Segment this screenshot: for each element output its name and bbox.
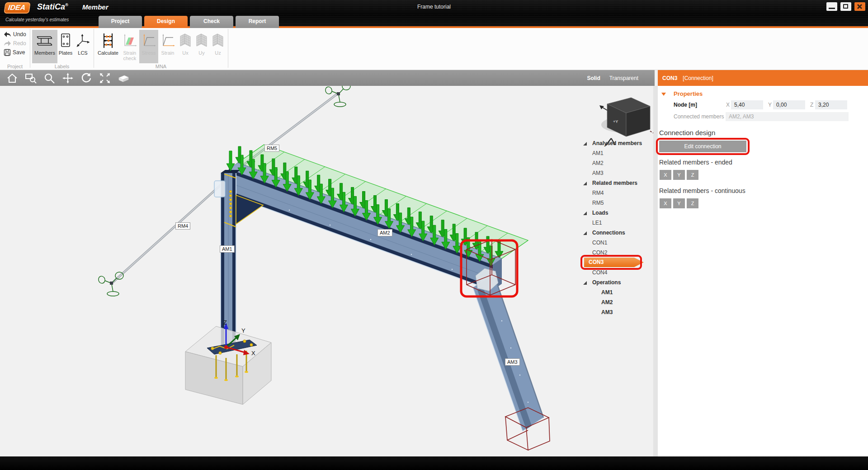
panel-title: CON3 (662, 75, 677, 81)
window-title: Frame tutorial (0, 4, 868, 10)
tree-item-operation-am3[interactable]: AM3 (579, 307, 652, 317)
properties-collapse-icon[interactable] (661, 93, 666, 96)
tree-section-analysed-members[interactable]: Analysed members (579, 138, 652, 148)
related-member-rm4-line[interactable] (112, 183, 222, 283)
members-icon (36, 31, 54, 50)
expander-icon[interactable] (583, 182, 587, 185)
solid-view-icon[interactable] (117, 72, 130, 85)
tab-design[interactable]: Design (144, 16, 188, 28)
tree-section-label: Operations (592, 279, 621, 286)
uy-label: Uy (198, 50, 204, 56)
expander-icon[interactable] (583, 281, 587, 285)
panel-header: CON3 [Connection] (658, 70, 868, 86)
redo-button[interactable]: Redo (2, 39, 28, 47)
stress-label: Stress (142, 50, 156, 56)
window-controls (826, 2, 865, 11)
navigator-tree: Analysed members AM1 AM2 AM3 Related mem… (579, 138, 652, 317)
node-x-input[interactable]: 5,40 (731, 100, 763, 109)
tree-item-con3[interactable]: CON3 (584, 258, 644, 267)
tab-project[interactable]: Project (99, 16, 142, 28)
tree-item-rm4[interactable]: RM4 (579, 188, 652, 198)
maximize-button[interactable] (840, 2, 851, 11)
pan-icon[interactable] (61, 72, 74, 85)
bottom-bar (0, 456, 868, 470)
tree-section-loads[interactable]: Loads (579, 208, 652, 218)
viewport-3d[interactable]: Z Y X (0, 86, 653, 456)
related-continuous-xyz: X Y Z (660, 198, 698, 208)
undo-icon (4, 31, 11, 38)
calculate-button[interactable]: Calculate (96, 30, 120, 63)
ux-button[interactable]: Ux (177, 30, 193, 63)
strain-button[interactable]: Strain (158, 30, 177, 63)
undo-label: Undo (13, 31, 26, 38)
tree-item-operation-am2[interactable]: AM2 (579, 297, 652, 307)
redo-label: Redo (13, 40, 26, 47)
tab-check[interactable]: Check (190, 16, 233, 28)
tree-item-operation-am1[interactable]: AM1 (579, 287, 652, 297)
stress-button[interactable]: Stress (139, 30, 158, 63)
lcs-icon (75, 31, 90, 50)
uz-mesh-icon (211, 31, 225, 50)
calculate-icon (100, 31, 116, 50)
rotate-icon[interactable] (80, 72, 93, 85)
group-label-mna: MNA (94, 64, 228, 69)
connected-members-label: Connected members (674, 113, 724, 120)
tree-item-le1[interactable]: LE1 (579, 218, 652, 228)
plates-icon (60, 31, 71, 50)
view-toolbar: Solid Transparent (0, 70, 655, 86)
close-button[interactable] (854, 2, 865, 11)
related-continuous-z-button[interactable]: Z (687, 198, 698, 208)
zoom-window-icon[interactable] (24, 72, 37, 85)
group-label-project: Project (0, 64, 30, 69)
title-bar: IDEA StatiCa® Member Calculate yesterday… (0, 0, 868, 28)
lcs-button[interactable]: LCS (74, 30, 92, 63)
tagline: Calculate yesterday's estimates (5, 17, 69, 22)
zoom-icon[interactable] (43, 72, 56, 85)
tree-item-con4[interactable]: CON4 (579, 268, 652, 277)
panel-divider (653, 86, 658, 456)
tree-item-am3[interactable]: AM3 (579, 168, 652, 178)
support-icon (325, 86, 350, 107)
uz-button[interactable]: Uz (210, 30, 226, 63)
solid-mode-button[interactable]: Solid (587, 75, 600, 81)
foundation-block (185, 326, 271, 404)
fit-view-icon[interactable] (99, 72, 111, 85)
scene-label-rm4: RM4 (175, 222, 190, 230)
strain-check-button[interactable]: Strain check (120, 30, 139, 63)
expander-icon[interactable] (583, 142, 587, 146)
tree-item-am1[interactable]: AM1 (579, 148, 652, 158)
undo-button[interactable]: Undo (2, 30, 28, 38)
tree-item-con1[interactable]: CON1 (579, 238, 652, 248)
plates-button[interactable]: Plates (57, 30, 74, 63)
ribbon-separator (228, 29, 228, 68)
connection-design-heading: Connection design (659, 129, 715, 136)
save-button[interactable]: Save (2, 48, 28, 56)
tree-item-con2[interactable]: CON2 (579, 248, 652, 258)
uy-button[interactable]: Uy (193, 30, 210, 63)
minimize-icon (829, 8, 835, 9)
members-button[interactable]: Members (32, 30, 57, 63)
transparent-mode-button[interactable]: Transparent (609, 75, 638, 81)
tree-section-related-members[interactable]: Related members (579, 178, 652, 188)
stress-icon (141, 31, 156, 50)
tree-item-rm5[interactable]: RM5 (579, 198, 652, 208)
tree-item-am2[interactable]: AM2 (579, 158, 652, 168)
node-x-label: X (726, 102, 730, 108)
tree-section-operations[interactable]: Operations (579, 277, 652, 287)
edit-connection-button[interactable]: Edit connection (659, 141, 746, 152)
related-ended-x-button[interactable]: X (660, 170, 671, 180)
related-ended-y-button[interactable]: Y (673, 170, 685, 180)
scene-label-am3: AM3 (505, 358, 520, 366)
related-continuous-x-button[interactable]: X (660, 198, 671, 208)
home-icon[interactable] (6, 72, 19, 85)
node-y-input[interactable]: 0,00 (773, 100, 805, 109)
ribbon: Undo Redo Save Project (0, 28, 868, 70)
tree-section-connections[interactable]: Connections (579, 228, 652, 238)
minimize-button[interactable] (826, 2, 837, 11)
expander-icon[interactable] (583, 231, 587, 235)
node-z-input[interactable]: 3,20 (815, 100, 847, 109)
tab-report[interactable]: Report (236, 16, 279, 28)
expander-icon[interactable] (583, 212, 587, 215)
related-ended-z-button[interactable]: Z (687, 170, 698, 180)
related-continuous-y-button[interactable]: Y (673, 198, 685, 208)
